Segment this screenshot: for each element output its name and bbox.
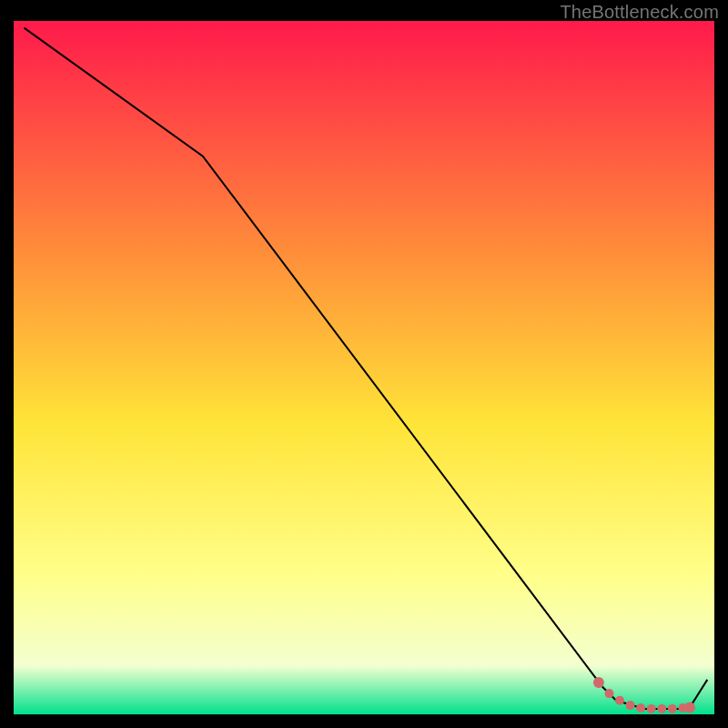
highlight-dot	[647, 704, 656, 713]
highlight-dot	[593, 677, 604, 688]
highlight-dot	[626, 701, 635, 710]
highlight-dot	[684, 702, 695, 713]
gradient-plot-background	[14, 21, 714, 714]
highlight-dot	[605, 689, 614, 698]
attribution-text: TheBottleneck.com	[560, 2, 719, 23]
highlight-dot	[636, 703, 645, 713]
highlight-dot	[668, 704, 677, 713]
highlight-dot	[657, 704, 666, 713]
chart-stage: TheBottleneck.com	[0, 0, 728, 728]
bottleneck-chart	[0, 0, 728, 728]
highlight-dot	[615, 696, 624, 705]
